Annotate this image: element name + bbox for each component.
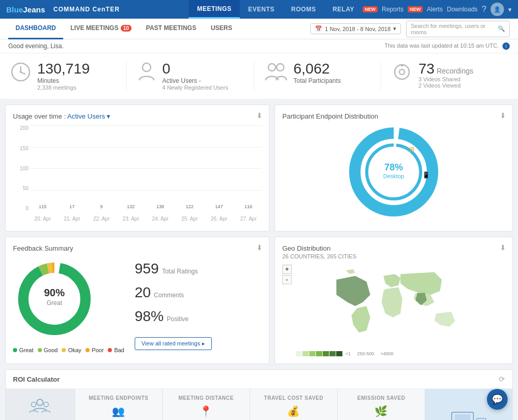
alerts-link[interactable]: Alerts (427, 6, 443, 13)
endpoint-distribution-card: Participant Endpoint Distribution ⬇ 78% … (275, 105, 513, 231)
brand-logo[interactable]: BlueJeans (6, 5, 45, 14)
chart-bars: 115179132138122147116 (30, 125, 262, 211)
svg-point-5 (395, 65, 409, 79)
travel-cost-title: TRAVEL COST SAVED (258, 395, 329, 401)
nav-rooms[interactable]: ROOMS (283, 0, 324, 19)
svg-text:⊞: ⊞ (409, 146, 414, 153)
bar-value: 138 (147, 204, 174, 209)
usage-chart-title: Usage over time : Active Users ▾ (13, 112, 262, 120)
svg-text:🖥: 🖥 (369, 197, 375, 205)
feedback-title: Feedback Summary (13, 244, 262, 252)
svg-point-27 (37, 399, 43, 405)
stat-recordings-sub2: 2 Videos Viewed (419, 82, 473, 89)
comments-label: Comments (154, 292, 184, 299)
svg-point-28 (32, 402, 36, 407)
bar-chart: 200 150 100 50 0 115179132138122147116 2… (13, 125, 262, 224)
x-label: 24. Apr (147, 213, 174, 224)
download-icon[interactable]: ⬇ (256, 111, 263, 120)
avatar-chevron[interactable]: ▾ (508, 6, 512, 13)
world-map-svg (296, 265, 505, 347)
tab-live-meetings[interactable]: LIVE MEETINGS 10 (63, 19, 139, 39)
device-svg-icon (451, 411, 487, 421)
map-legend: <1 250-500 >4000 (296, 351, 505, 356)
meetings-svg-icon (28, 395, 51, 418)
feedback-download-icon[interactable]: ⬇ (256, 243, 263, 252)
legend-color-7 (336, 351, 342, 356)
roi-title: ROI Calculator (13, 375, 60, 383)
nav-events[interactable]: EVENTS (240, 0, 283, 19)
date-range-picker[interactable]: 📅 1 Nov, 2018 - 8 Nov, 2018 ▾ (310, 23, 401, 34)
stat-users-sub: 4 Newly Registered Users (162, 84, 228, 91)
donut-chart-container: 78% Desktop ⊞ 📱 🖥 (282, 125, 505, 219)
roi-header: ROI Calculator ⟳ (6, 370, 512, 389)
stat-recordings-info: 73Recordings 3 Videos Shared 2 Videos Vi… (419, 62, 473, 89)
legend-color-6 (329, 351, 336, 356)
roi-distance-card: MEETING DISTANCE 📍 5,585,883 miles (163, 389, 250, 420)
geo-download-icon[interactable]: ⬇ (500, 243, 506, 252)
stat-minutes-sub: 2,338 meetings (37, 84, 90, 91)
feedback-donut: 90% Great Great Good Okay Poor Bad (13, 257, 124, 353)
search-icon[interactable]: 🔍 (498, 25, 505, 32)
svg-point-24 (33, 277, 76, 321)
stat-recordings-value: 73Recordings (419, 62, 473, 76)
date-range-value: 1 Nov, 2018 - 8 Nov, 2018 (325, 26, 391, 32)
endpoint-title: Participant Endpoint Distribution (282, 112, 505, 120)
y-axis: 200 150 100 50 0 (13, 125, 28, 211)
svg-point-6 (399, 69, 405, 75)
row-charts: Usage over time : Active Users ▾ ⬇ 200 1… (5, 105, 513, 231)
stat-participants: 6,062 Total Participants (254, 62, 381, 91)
downloads-link[interactable]: Downloads (447, 6, 478, 13)
distance-icon: 📍 (171, 405, 241, 417)
usage-filter-link[interactable]: Active Users (67, 112, 105, 120)
zoom-in-button[interactable]: + (282, 265, 292, 274)
tab-dashboard[interactable]: DASHBOARD (8, 19, 63, 39)
x-label: 27. Apr (235, 213, 262, 224)
nav-right: NEW Reports NEW Alerts Downloads ? 👤 ▾ (363, 3, 512, 16)
geo-title: Geo Distribution (282, 244, 505, 252)
stat-participants-label: Total Participants (294, 77, 341, 84)
x-label: 26. Apr (206, 213, 233, 224)
nav-meetings[interactable]: MEETINGS (189, 0, 240, 19)
donut-chart: 78% Desktop ⊞ 📱 🖥 (342, 120, 445, 224)
feedback-donut-svg: 90% Great (13, 257, 96, 340)
total-ratings-value: 959 (135, 260, 159, 277)
bar-value: 132 (118, 204, 144, 209)
svg-point-4 (277, 64, 284, 71)
legend-color-3 (309, 351, 315, 356)
main-content: Usage over time : Active Users ▾ ⬇ 200 1… (0, 105, 518, 369)
svg-text:78%: 78% (384, 162, 403, 172)
roi-settings-icon[interactable]: ⟳ (499, 375, 505, 383)
tab-users[interactable]: USERS (204, 19, 239, 39)
legend-bad: Bad (108, 347, 124, 353)
stat-users-info: 0 Active Users - 4 Newly Registered User… (162, 62, 228, 91)
calendar-icon: 📅 (315, 25, 322, 32)
tab-past-meetings[interactable]: PAST MEETINGS (139, 19, 204, 39)
zoom-out-button[interactable]: - (282, 275, 292, 284)
legend-color-5 (323, 351, 329, 356)
svg-point-2 (142, 63, 151, 71)
legend-label-low: <1 (346, 351, 351, 356)
chat-bubble-button[interactable]: 💬 (487, 389, 508, 410)
x-label: 25. Apr (177, 213, 203, 224)
geo-sub-title: 26 COUNTRIES, 265 CITIES (282, 253, 505, 259)
endpoint-download-icon[interactable]: ⬇ (500, 111, 506, 120)
x-label: 20. Apr (30, 213, 56, 224)
x-label: 23. Apr (118, 213, 144, 224)
endpoints-icon: 👥 (83, 405, 154, 417)
people-icon (265, 62, 287, 86)
roi-cards: MEETINGS 2,338 = 130,719 minutes MEETING… (6, 389, 512, 420)
nav-relay[interactable]: RELAY (324, 0, 363, 19)
usage-filter-chevron[interactable]: ▾ (107, 112, 110, 120)
stat-minutes: 130,719 Minutes 2,338 meetings (10, 62, 127, 91)
reports-link[interactable]: Reports (382, 6, 404, 13)
svg-text:Desktop: Desktop (383, 173, 404, 179)
stat-users-value: 0 (162, 62, 228, 76)
view-rated-meetings-button[interactable]: View all rated meetings ▸ (135, 337, 212, 350)
legend-color-4 (316, 351, 322, 356)
user-avatar[interactable]: 👤 (491, 3, 504, 16)
info-icon[interactable]: i (502, 42, 510, 50)
help-icon[interactable]: ? (482, 5, 486, 14)
search-box[interactable]: Search for meetings, users or rooms 🔍 (406, 21, 510, 37)
svg-point-29 (44, 402, 49, 407)
roi-section: ROI Calculator ⟳ MEETINGS 2,338 = 130,71 (5, 369, 513, 420)
